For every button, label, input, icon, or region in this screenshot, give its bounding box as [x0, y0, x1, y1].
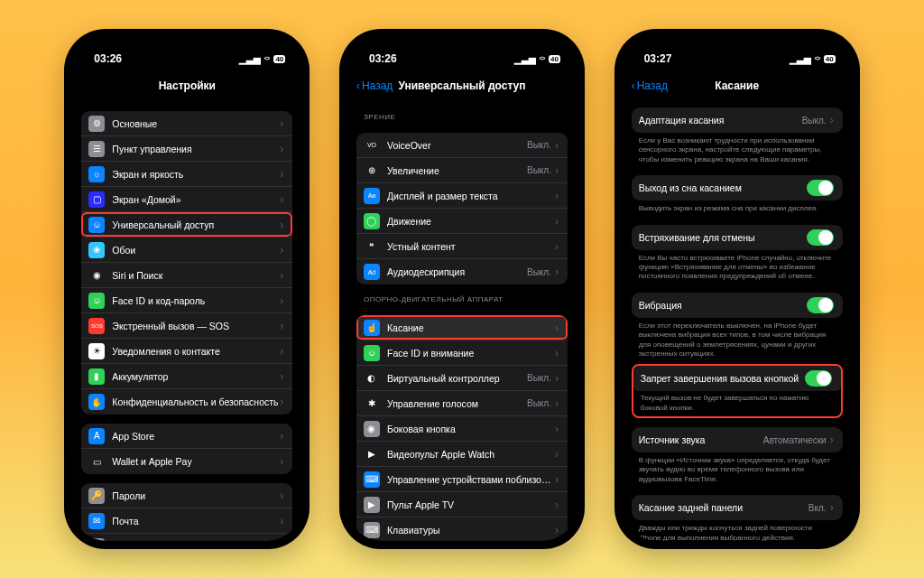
settings-row[interactable]: ✱Управление голосомВыкл.›: [356, 391, 568, 416]
settings-row[interactable]: ✉Почта›: [81, 508, 292, 534]
settings-row[interactable]: ☝Касание›: [356, 315, 568, 340]
settings-row[interactable]: ▭Wallet и Apple Pay›: [81, 449, 292, 474]
row-icon: ✱: [364, 396, 380, 412]
row-label: Движение: [387, 216, 555, 227]
toggle-prevent-lock-end-call[interactable]: [805, 370, 832, 387]
highlight-box-prevent-lock: Запрет завершения вызова кнопкой Текущий…: [632, 364, 843, 418]
settings-row[interactable]: VOVoiceOverВыкл.›: [356, 133, 568, 158]
row-tap-to-wake[interactable]: Выход из сна касанием: [632, 175, 843, 200]
back-button[interactable]: ‹ Назад: [632, 79, 668, 92]
chevron-icon: ›: [280, 244, 283, 256]
status-right: ▁▃▅ ⌔ 40: [514, 54, 560, 64]
row-icon: ☼: [88, 166, 105, 182]
row-icon: ▶: [364, 446, 380, 462]
settings-row[interactable]: AaДисплей и размер текста›: [356, 183, 568, 209]
group-shake-undo: Встряхивание для отмены: [632, 225, 843, 250]
footnote: Если этот переключатель выключен, на iPh…: [623, 318, 852, 361]
settings-row[interactable]: ☺Face ID и код-пароль›: [81, 288, 292, 313]
settings-row[interactable]: ⌨Клавиатуры›: [356, 517, 568, 541]
settings-row[interactable]: ◐Виртуальный контроллерВыкл.›: [356, 366, 568, 391]
row-label: Виртуальный контроллер: [387, 373, 527, 384]
signal-icon: ▁▃▅: [790, 54, 811, 64]
screen-1: 03:26 ▁▃▅ ⌔ 40 Настройки ⚙Основные›☰Пунк…: [72, 37, 301, 541]
settings-row[interactable]: ◯Движение›: [356, 209, 568, 234]
chevron-icon: ›: [555, 215, 559, 228]
row-icon: ⌨: [364, 471, 380, 488]
row-value: Выкл.: [527, 267, 551, 277]
settings-row[interactable]: AApp Store›: [81, 424, 292, 449]
row-icon: ✋: [88, 394, 105, 410]
settings-row[interactable]: ☺Контакты›: [81, 534, 292, 541]
row-touch-accommodations[interactable]: Адаптация касания Выкл. ›: [632, 107, 843, 133]
row-shake-to-undo[interactable]: Встряхивание для отмены: [632, 225, 843, 250]
row-label: Источник звука: [639, 434, 763, 445]
chevron-icon: ›: [830, 434, 834, 446]
row-back-tap[interactable]: Касание задней панели Вкл. ›: [632, 495, 843, 520]
toggle-tap-to-wake[interactable]: [807, 180, 834, 196]
row-icon: ☀: [88, 343, 105, 359]
chevron-icon: ›: [280, 515, 283, 527]
chevron-icon: ›: [555, 473, 559, 486]
row-label: Экстренный вызов — SOS: [112, 321, 280, 331]
settings-row[interactable]: ▢Экран «Домой»›: [81, 187, 292, 212]
row-label: Касание задней панели: [639, 502, 808, 513]
toggle-shake-undo[interactable]: [807, 229, 834, 246]
row-label: Уведомления о контакте: [112, 346, 280, 357]
row-icon: ☺: [88, 217, 105, 233]
settings-row[interactable]: ◉Siri и Поиск›: [81, 263, 292, 288]
settings-row[interactable]: ▮Аккумулятор›: [81, 364, 292, 389]
footnote: Если у Вас возникают трудности при испол…: [623, 133, 852, 166]
settings-row[interactable]: AdАудиодескрипцияВыкл.›: [356, 259, 568, 284]
row-label: Управление устройствами поблизости: [387, 474, 555, 485]
group-prevent-lock: Запрет завершения вызова кнопкой: [633, 366, 841, 391]
settings-row[interactable]: ❀Обои›: [81, 238, 292, 263]
row-icon: ▭: [88, 453, 105, 470]
settings-row[interactable]: ▶Пульт Apple TV›: [356, 492, 568, 517]
row-label: Видеопульт Apple Watch: [387, 449, 555, 460]
chevron-icon: ›: [280, 294, 283, 307]
settings-row[interactable]: ❝Устный контент›: [356, 234, 568, 259]
row-icon: ☝: [364, 320, 380, 336]
settings-row[interactable]: ☰Пункт управления›: [81, 136, 292, 162]
content-1: ⚙Основные›☰Пункт управления›☼Экран и ярк…: [72, 102, 301, 541]
row-label: App Store: [112, 431, 280, 442]
settings-row[interactable]: ⚙Основные›: [81, 111, 292, 136]
chevron-icon: ›: [555, 347, 559, 359]
phone-2: 03:26 ▁▃▅ ⌔ 40 ‹ Назад Универсальный дос…: [339, 29, 585, 549]
settings-row[interactable]: ⊕УвеличениеВыкл.›: [356, 158, 568, 183]
chevron-icon: ›: [280, 430, 283, 443]
row-vibration[interactable]: Вибрация: [632, 293, 843, 318]
settings-row[interactable]: ☀Уведомления о контакте›: [81, 339, 292, 364]
settings-row[interactable]: 🔑Пароли›: [81, 483, 292, 508]
row-label: Боковая кнопка: [387, 424, 555, 434]
wifi-icon: ⌔: [815, 54, 820, 64]
row-label: Почта: [112, 516, 280, 527]
settings-row[interactable]: ◉Боковая кнопка›: [356, 416, 568, 442]
settings-row[interactable]: ☼Экран и яркость›: [81, 162, 292, 187]
settings-row[interactable]: ▶Видеопульт Apple Watch›: [356, 442, 568, 467]
row-icon: ✉: [88, 513, 105, 529]
settings-group: ☝Касание›☺Face ID и внимание›◐Виртуальны…: [356, 315, 568, 541]
navbar: ‹ Назад Универсальный доступ: [347, 71, 577, 102]
row-prevent-lock-end-call[interactable]: Запрет завершения вызова кнопкой: [633, 366, 841, 391]
toggle-vibration[interactable]: [807, 297, 834, 313]
wifi-icon: ⌔: [540, 54, 545, 64]
row-label: Адаптация касания: [639, 115, 802, 126]
settings-row[interactable]: ☺Face ID и внимание›: [356, 340, 568, 366]
back-label: Назад: [362, 79, 393, 92]
chevron-icon: ›: [555, 499, 559, 511]
settings-row[interactable]: ☺Универсальный доступ›: [81, 212, 292, 238]
settings-row[interactable]: ⌨Управление устройствами поблизости›: [356, 467, 568, 492]
row-label: Увеличение: [387, 165, 527, 176]
row-call-audio-routing[interactable]: Источник звука Автоматически ›: [632, 427, 843, 452]
settings-row[interactable]: ✋Конфиденциальность и безопасность›: [81, 389, 292, 415]
back-button[interactable]: ‹ Назад: [356, 79, 393, 92]
phone-3: 03:27 ▁▃▅ ⌔ 40 ‹ Назад Касание Адаптация…: [614, 29, 860, 549]
chevron-icon: ›: [280, 193, 283, 206]
row-label: Устный контент: [387, 241, 555, 252]
battery-label: 40: [273, 55, 285, 63]
chevron-icon: ›: [555, 190, 559, 202]
settings-row[interactable]: SOSЭкстренный вызов — SOS›: [81, 313, 292, 339]
row-label: Клавиатуры: [387, 525, 555, 536]
chevron-icon: ›: [280, 117, 283, 130]
